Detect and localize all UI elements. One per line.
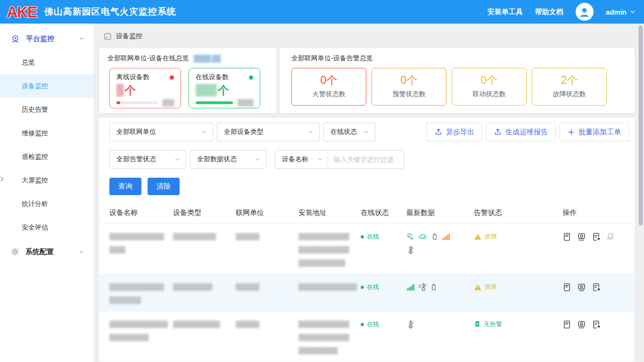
device-type-cell: ████████████ <box>173 318 236 357</box>
data-status-select[interactable]: 全部数据状态 <box>190 150 266 169</box>
alarm-stat-预警状态数: 0个预警状态数 <box>372 68 446 106</box>
camera-icon[interactable] <box>577 283 586 292</box>
keyword-input[interactable] <box>328 150 404 168</box>
battery-icon <box>431 232 438 241</box>
redacted-text: ████ <box>109 243 166 256</box>
sidebar-item-设备监控[interactable]: 设备监控 <box>0 74 94 98</box>
alarm-stat-label: 联动状态数 <box>473 90 506 99</box>
sidebar-item-维修监控[interactable]: 维修监控 <box>0 122 94 145</box>
column-header-最新数据: 最新数据 <box>406 208 474 217</box>
data-icon-row <box>406 243 474 256</box>
main-content: 设备监控 全部联网单位-设备在线总览 ████ ██ 离线设备数 █ 个 <box>94 24 644 362</box>
action-button-生成运维报告[interactable]: 生成运维报告 <box>486 123 556 141</box>
query-button[interactable]: 查询 <box>109 178 141 195</box>
alarm-status-select[interactable]: 全部告警状态 <box>109 150 186 169</box>
install-address-cell: ██████████████████████████████████████ <box>298 230 361 270</box>
warning-triangle-icon <box>474 233 482 241</box>
detail-doc-icon[interactable] <box>562 320 571 329</box>
detail-doc-icon[interactable] <box>562 283 571 292</box>
redacted-text: ██████ <box>236 318 292 331</box>
network-unit-cell: ██████ <box>236 280 298 307</box>
device-panel: 全部联网单位 全部设备类型 在线状态 异步导出生成运维报告批量添加工单 全部告警… <box>99 118 635 362</box>
sidebar-item-历史告警[interactable]: 历史告警 <box>0 98 94 122</box>
device-name-cell: █████████████████████████ <box>109 318 173 357</box>
redacted-offline-count: █ <box>116 84 124 96</box>
work-order-icon[interactable] <box>592 320 601 329</box>
latest-data-cell <box>406 230 474 270</box>
sidebar-item-label: 大屏监控 <box>22 176 48 185</box>
data-icon-row <box>406 280 474 294</box>
device-type-select[interactable]: 全部设备类型 <box>217 123 320 141</box>
chevron-down-icon <box>201 129 207 135</box>
sidebar-group-label: 平台监控 <box>26 34 73 43</box>
alarm-card-title: 全部联网单位-设备告警总览 <box>291 54 373 63</box>
nav-help-docs[interactable]: 帮助文档 <box>535 8 563 16</box>
breadcrumb: 设备监控 <box>104 32 635 41</box>
sidebar-item-label: 维修监控 <box>22 129 48 138</box>
redacted-offline-percent: ███ <box>162 99 174 106</box>
offline-devices-label: 离线设备数 <box>116 73 149 82</box>
data-icon-row <box>406 318 474 331</box>
smoke-cloud-icon <box>418 232 428 241</box>
avatar[interactable] <box>576 3 594 21</box>
unit-select[interactable]: 全部联网单位 <box>109 123 213 141</box>
online-status-select[interactable]: 在线状态 <box>323 123 375 141</box>
keyword-field-select[interactable]: 设备名称 <box>275 150 328 168</box>
redacted-text: ██████████████ <box>109 230 166 243</box>
latest-data-cell <box>406 280 474 307</box>
column-header-在线状态: 在线状态 <box>361 208 406 217</box>
chevron-down-icon <box>363 129 369 135</box>
action-button-批量添加工单[interactable]: 批量添加工单 <box>560 123 629 141</box>
row-actions-cell <box>562 318 629 331</box>
vertical-scrollbar-thumb[interactable] <box>639 25 643 225</box>
network-unit-cell: ██████ <box>236 318 298 357</box>
battery-icon <box>430 283 438 291</box>
alarm-stat-value: 0个 <box>481 75 498 86</box>
online-dot <box>361 286 364 289</box>
action-button-label: 生成运维报告 <box>505 128 548 137</box>
alarm-status-label: 无告警 <box>484 320 502 329</box>
thermometer-icon <box>406 320 415 329</box>
redacted-text: █████████████ <box>298 230 354 243</box>
sidebar-item-总览[interactable]: 总览 <box>0 51 94 74</box>
sidebar-collapse-arrow-icon[interactable] <box>0 175 4 184</box>
camera-icon[interactable] <box>577 232 586 241</box>
sidebar-group-platform-monitor[interactable]: 平台监控 <box>0 26 94 51</box>
detail-doc-icon[interactable] <box>562 232 571 241</box>
redacted-text: █████████████ <box>298 243 354 256</box>
alarm-stat-value: 0个 <box>401 75 418 86</box>
online-unit: 个 <box>218 85 229 96</box>
data-icon-row <box>406 230 474 243</box>
mute-bell-icon[interactable] <box>606 232 615 241</box>
device-name-cell: ██████████████████ <box>109 230 173 270</box>
online-overview-card: 全部联网单位-设备在线总览 ████ ██ 离线设备数 █ 个 ███ <box>99 48 276 113</box>
redacted-text: █████████████ <box>298 331 354 344</box>
redacted-text: ████████ <box>109 294 166 307</box>
camera-icon[interactable] <box>577 320 586 329</box>
sidebar-group-system-config[interactable]: 系统配置 <box>0 239 94 264</box>
action-button-异步导出[interactable]: 异步导出 <box>427 123 482 141</box>
online-devices-box: 在线设备数 ███ 个 ████ <box>189 68 260 108</box>
sidebar-item-大屏监控[interactable]: 大屏监控 <box>0 169 94 192</box>
alarm-status-cell: 故障 <box>474 280 562 294</box>
work-order-icon[interactable] <box>592 232 601 241</box>
thermometer-icon <box>406 246 415 255</box>
install-address-cell: ████████████████████████████████████ <box>298 318 361 357</box>
clear-button[interactable]: 清除 <box>148 178 180 195</box>
alarm-status-label: 故障 <box>485 232 497 241</box>
sidebar-item-安全评估[interactable]: 安全评估 <box>0 216 94 239</box>
alarm-overview-card: 全部联网单位-设备告警总览 0个火警状态数0个预警状态数0个联动状态数2个故障状… <box>280 48 635 113</box>
table-row: ████████████████████████████████████████… <box>99 223 635 274</box>
offline-status-dot <box>170 75 174 80</box>
webcam-icon <box>11 34 20 43</box>
column-header-联网单位: 联网单位 <box>236 208 298 217</box>
action-button-label: 异步导出 <box>446 128 474 137</box>
user-menu[interactable]: admin <box>606 8 636 16</box>
sidebar-item-巡检监控[interactable]: 巡检监控 <box>0 145 94 169</box>
sidebar-item-统计分析[interactable]: 统计分析 <box>0 192 94 216</box>
work-order-icon[interactable] <box>592 283 601 292</box>
redacted-online-percent: ████ <box>238 99 253 106</box>
filter-actions: 异步导出生成运维报告批量添加工单 <box>427 123 629 141</box>
offline-devices-box: 离线设备数 █ 个 ███ <box>109 68 181 108</box>
nav-install-tool[interactable]: 安装单工具 <box>487 8 523 16</box>
